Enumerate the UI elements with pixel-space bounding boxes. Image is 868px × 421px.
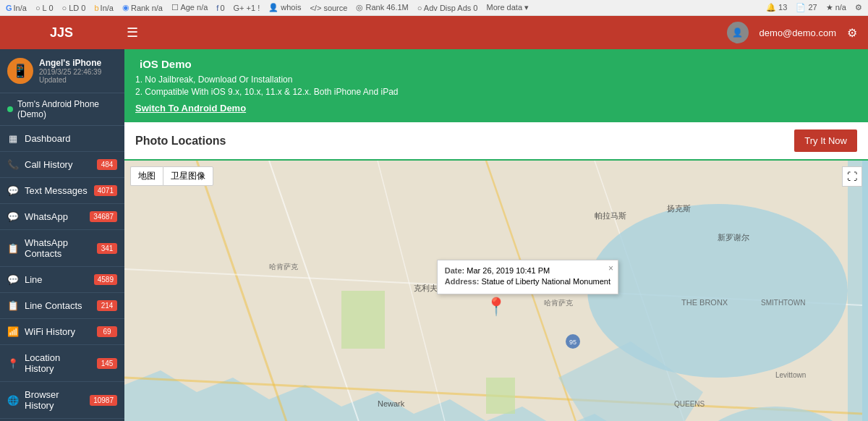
more-data-button[interactable]: More data ▾ — [486, 3, 529, 12]
line-contacts-icon: 📋 — [7, 300, 19, 311]
ios-banner: iOS Demo No Jailbreak, Download Or Insta… — [124, 49, 868, 122]
svg-text:95: 95 — [569, 339, 576, 346]
popup-address-label: Address: — [445, 277, 480, 286]
svg-text:THE BRONX: THE BRONX — [681, 298, 728, 307]
sidebar-item-browser-history[interactable]: 🌐 Browser History 10987 — [0, 382, 124, 419]
line-icon: 💬 — [7, 274, 19, 285]
whatsapp-contacts-badge: 341 — [97, 243, 117, 254]
try-it-now-button[interactable]: Try It Now — [794, 129, 857, 152]
location-history-badge: 145 — [97, 358, 117, 369]
device-name: Angel's iPhone — [39, 58, 117, 68]
whatsapp-badge: 34687 — [90, 211, 117, 222]
sidebar-item-wifi-history[interactable]: 📶 WiFi History 69 — [0, 319, 124, 345]
avatar: 👤 — [727, 22, 749, 43]
seo-item: G In/a — [6, 4, 27, 12]
svg-text:Newark: Newark — [378, 399, 405, 408]
logo: JJS — [11, 25, 112, 41]
ios-banner-list: No Jailbreak, Download Or Installation C… — [135, 75, 857, 97]
settings-icon[interactable]: ⚙ — [855, 3, 862, 12]
call-icon: 📞 — [7, 159, 19, 170]
ios-banner-title: iOS Demo — [135, 58, 857, 70]
seo-item: ★ n/a — [826, 3, 846, 12]
sidebar-item-label: WhatsApp — [25, 211, 84, 222]
content-area: iOS Demo No Jailbreak, Download Or Insta… — [124, 49, 868, 421]
browser-history-badge: 10987 — [90, 395, 117, 406]
sidebar-item-label: WiFi History — [25, 326, 91, 337]
svg-text:哈肯萨克: 哈肯萨克 — [544, 299, 573, 307]
line-badge: 4589 — [94, 274, 117, 285]
switch-android-link[interactable]: Switch To Android Demo — [135, 103, 246, 114]
map-popup: × Date: Mar 26, 2019 10:41 PM Address: S… — [437, 260, 618, 294]
svg-text:Levittown: Levittown — [775, 371, 806, 379]
sidebar-item-label: Line Contacts — [25, 300, 91, 311]
ios-demo-title: iOS Demo — [140, 58, 192, 70]
android-demo-item[interactable]: Tom's Android Phone (Demo) — [0, 93, 124, 126]
seo-item: G+ +1 ! — [234, 4, 260, 12]
sidebar-item-text-messages[interactable]: 💬 Text Messages 4071 — [0, 178, 124, 204]
map-expand-button[interactable]: ⛶ — [842, 166, 862, 187]
sidebar-item-location-history[interactable]: 📍 Location History 145 — [0, 345, 124, 382]
svg-text:QUEENS: QUEENS — [674, 400, 705, 408]
active-dot — [7, 106, 13, 112]
seo-item: 👤 whois — [268, 3, 301, 12]
svg-text:帕拉马斯: 帕拉马斯 — [595, 211, 626, 220]
map-pin: 📍 — [485, 297, 507, 317]
popup-address-row: Address: Statue of Liberty National Monu… — [445, 277, 610, 286]
browser-icon: 🌐 — [7, 395, 19, 406]
text-icon: 💬 — [7, 185, 19, 196]
svg-rect-16 — [486, 378, 515, 414]
svg-text:新罗谢尔: 新罗谢尔 — [718, 233, 749, 242]
map-view-button[interactable]: 地图 — [130, 166, 163, 186]
sidebar-item-whatsapp-contacts[interactable]: 📋 WhatsApp Contacts 341 — [0, 230, 124, 267]
page-title: Photo Locations — [135, 135, 226, 148]
ios-banner-point-1: No Jailbreak, Download Or Installation — [135, 75, 857, 85]
sidebar-item-line[interactable]: 💬 Line 4589 — [0, 267, 124, 293]
satellite-view-button[interactable]: 卫星图像 — [163, 166, 213, 186]
svg-text:扬克斯: 扬克斯 — [667, 204, 691, 213]
call-history-badge: 484 — [97, 159, 117, 170]
device-icon: 📱 — [7, 58, 33, 84]
popup-address-text: Statue of Liberty National Monument — [482, 277, 611, 286]
sidebar: 📱 Angel's iPhone 2019/3/25 22:46:39 Upda… — [0, 49, 124, 421]
sidebar-item-line-contacts[interactable]: 📋 Line Contacts 214 — [0, 293, 124, 319]
menu-icon[interactable]: ☰ — [127, 25, 691, 41]
seo-item: ○ L 0 — [35, 4, 54, 12]
header-icons: 👤 demo@demo.com ⚙ — [705, 22, 857, 43]
seo-item: ○ LD 0 — [62, 4, 86, 12]
sidebar-item-label: Browser History — [25, 389, 84, 411]
svg-rect-15 — [341, 291, 385, 349]
popup-date-label: Date: — [445, 266, 465, 275]
seo-item: f 0 — [216, 4, 224, 12]
line-contacts-badge: 214 — [97, 300, 117, 311]
seo-item: ◎ Rank 46.1M — [356, 3, 408, 12]
sidebar-item-label: WhatsApp Contacts — [25, 237, 91, 259]
wifi-history-badge: 69 — [97, 326, 117, 337]
seo-item: ◉ Rank n/a — [122, 3, 163, 12]
popup-close-button[interactable]: × — [608, 263, 613, 273]
device-info: 📱 Angel's iPhone 2019/3/25 22:46:39 Upda… — [0, 49, 124, 93]
map-controls: 地图 卫星图像 — [130, 166, 213, 186]
header-settings-icon[interactable]: ⚙ — [847, 26, 857, 40]
sidebar-item-label: Call History — [25, 159, 91, 170]
svg-text:SMITHTOWN: SMITHTOWN — [761, 299, 805, 307]
main-layout: 📱 Angel's iPhone 2019/3/25 22:46:39 Upda… — [0, 49, 868, 421]
sidebar-item-dashboard[interactable]: ▦ Dashboard — [0, 126, 124, 152]
device-date: 2019/3/25 22:46:39 Updated — [39, 68, 117, 84]
sidebar-item-label: Text Messages — [25, 185, 88, 196]
device-details: Angel's iPhone 2019/3/25 22:46:39 Update… — [39, 58, 117, 84]
dashboard-icon: ▦ — [7, 133, 19, 144]
text-messages-badge: 4071 — [94, 185, 117, 196]
seo-item: b In/a — [94, 4, 113, 12]
seo-item: </> source — [310, 4, 347, 12]
popup-date-row: Date: Mar 26, 2019 10:41 PM — [445, 266, 610, 275]
seo-item: 🔔 13 — [766, 3, 787, 12]
sidebar-item-call-history[interactable]: 📞 Call History 484 — [0, 152, 124, 178]
sidebar-item-label: Location History — [25, 352, 91, 374]
seo-bar: G In/a ○ L 0 ○ LD 0 b In/a ◉ Rank n/a ☐ … — [0, 0, 868, 16]
photo-locations-header: Photo Locations Try It Now — [124, 122, 868, 161]
wifi-icon: 📶 — [7, 326, 19, 337]
map-area: 帕拉马斯 扬克斯 新罗谢尔 哈肯萨克 克利夫顿 哈肯萨克 Newark New … — [124, 161, 868, 421]
sidebar-item-whatsapp[interactable]: 💬 WhatsApp 34687 — [0, 204, 124, 230]
seo-item: ☐ Age n/a — [171, 3, 208, 12]
location-icon: 📍 — [7, 358, 19, 369]
